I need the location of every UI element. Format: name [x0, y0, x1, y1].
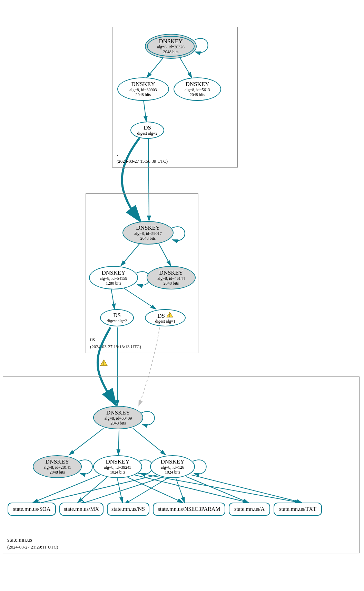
state-ksk: DNSKEY alg=8, id=60409 2048 bits [93, 406, 143, 429]
zone-root-time: (2024-03-27 15:56:39 UTC) [117, 159, 168, 164]
rr-ns: state.mn.us/NS [107, 503, 149, 516]
zone-root-name: . [117, 151, 118, 157]
root-ksk: DNSKEY alg=8, id=20326 2048 bits [145, 34, 197, 59]
rr-mx: state.mn.us/MX [59, 503, 104, 516]
zone-state-name: state.mn.us [7, 537, 32, 543]
zone-us-name: us [90, 336, 95, 342]
root-zsk: DNSKEY alg=8, id=30903 2048 bits [117, 77, 169, 101]
warning-icon [100, 359, 107, 365]
state-zsk-126: DNSKEY alg=8, id=126 1024 bits [150, 455, 195, 478]
us-ksk: DNSKEY alg=8, id=59017 2048 bits [122, 221, 174, 245]
rr-nsec3param: state.mn.us/NSEC3PARAM [153, 503, 225, 516]
us-ds-alg1: DS digest alg=1 [145, 309, 186, 326]
us-zsk: DNSKEY alg=8, id=54159 1280 bits [89, 266, 138, 289]
us-ds-alg2: DS digest alg=2 [100, 309, 134, 326]
rr-a: state.mn.us/A [229, 503, 270, 516]
rr-txt: state.mn.us/TXT [274, 503, 322, 516]
state-key-28141: DNSKEY alg=8, id=28141 2048 bits [33, 455, 82, 478]
state-zsk-39243: DNSKEY alg=8, id=39243 1024 bits [93, 455, 142, 478]
root-key-5613: DNSKEY alg=8, id=5613 2048 bits [174, 77, 221, 101]
zone-state-time: (2024-03-27 21:29:11 UTC) [7, 544, 58, 550]
root-ds: DS digest alg=2 [130, 122, 164, 139]
zone-us-time: (2024-03-27 19:13:13 UTC) [90, 344, 141, 349]
us-key-46144: DNSKEY alg=8, id=46144 2048 bits [147, 266, 196, 289]
warning-icon [166, 312, 173, 318]
rr-soa: state.mn.us/SOA [8, 503, 56, 516]
